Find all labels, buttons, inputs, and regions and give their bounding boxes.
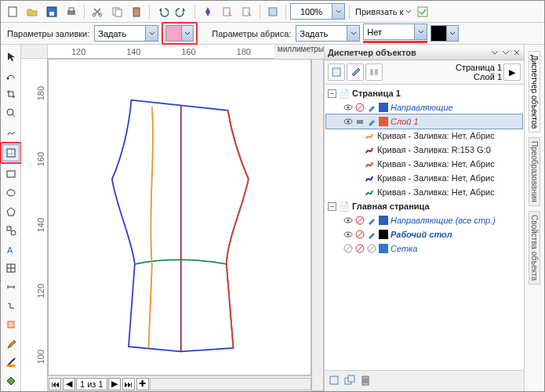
dock-icon[interactable] [502, 49, 510, 56]
redo-button[interactable] [173, 3, 191, 20]
tree-curve[interactable]: Кривая - Заливка: Нет, Абрис [326, 171, 522, 185]
object-tree[interactable]: −📄Страница 1 Направляющие Слой 1 Кривая … [325, 85, 524, 370]
polygon-tool[interactable] [2, 203, 20, 220]
save-button[interactable] [43, 3, 60, 20]
tree-master-page[interactable]: −📄Главная страница [326, 199, 522, 213]
tree-curve[interactable]: Кривая - Заливка: Нет, Абрис [326, 157, 522, 171]
shape-tool[interactable] [2, 67, 20, 84]
next-page-button[interactable]: ▶ [108, 378, 121, 390]
undo-button[interactable] [154, 3, 171, 20]
tree-curve[interactable]: Кривая - Заливка: Нет, Абрис [326, 185, 522, 199]
horizontal-ruler[interactable]: 120140160180 [48, 45, 274, 59]
chevron-down-icon[interactable] [447, 26, 458, 41]
show-props-button[interactable] [328, 64, 345, 81]
outline-value-combo[interactable]: Нет [363, 24, 427, 40]
horizontal-scrollbar[interactable] [150, 378, 311, 390]
close-icon[interactable] [513, 49, 521, 56]
dock-tab-transform[interactable]: Преобразования [529, 137, 540, 206]
zoom-dropdown-icon[interactable] [332, 4, 344, 19]
fill-color-button[interactable] [165, 25, 194, 42]
text-tool[interactable]: A [2, 241, 20, 258]
new-layer-button[interactable] [328, 374, 340, 388]
chevron-down-icon[interactable] [145, 26, 158, 41]
print-disabled-icon[interactable] [355, 103, 365, 112]
outline-tool[interactable] [2, 354, 20, 371]
dimension-tool[interactable] [2, 278, 20, 296]
dock-tab-objmgr[interactable]: Диспетчер объектов [529, 51, 540, 132]
edit-layers-button[interactable] [347, 64, 364, 81]
layer-view-button[interactable] [365, 64, 383, 81]
freehand-tool[interactable] [2, 123, 20, 140]
pencil-icon[interactable] [367, 230, 376, 239]
new-button[interactable] [4, 3, 21, 20]
ruler-origin[interactable] [21, 45, 48, 59]
zoom-input[interactable] [291, 7, 332, 16]
chevron-down-icon[interactable] [347, 26, 359, 41]
svg-rect-0 [9, 7, 16, 16]
print-disabled-icon[interactable] [355, 216, 365, 225]
smart-fill-tool[interactable] [2, 144, 20, 162]
dock-icon[interactable] [491, 49, 499, 56]
vertical-ruler[interactable]: 180160140120100 [21, 59, 48, 391]
cut-button[interactable] [89, 3, 106, 20]
open-button[interactable] [24, 3, 41, 20]
copy-button[interactable] [108, 3, 125, 20]
connector-tool[interactable] [2, 297, 20, 314]
page-indicator[interactable]: 1 из 1 [76, 378, 107, 390]
first-page-button[interactable]: ⏮ [49, 378, 61, 390]
fill-tool[interactable] [2, 372, 20, 390]
corel-icon[interactable] [199, 3, 216, 20]
pick-tool[interactable] [2, 48, 20, 65]
zoom-tool[interactable] [2, 104, 20, 122]
tree-grid[interactable]: Сетка [326, 241, 522, 256]
svg-point-39 [347, 234, 350, 236]
rectangle-tool[interactable] [2, 165, 20, 183]
tree-guides-all[interactable]: Направляющие (все стр.) [326, 213, 522, 227]
eye-icon[interactable] [343, 216, 353, 225]
tree-layer[interactable]: Слой 1 [326, 114, 522, 129]
chevron-down-icon[interactable] [414, 24, 427, 39]
eyedropper-tool[interactable] [2, 335, 20, 352]
eye-icon[interactable] [343, 230, 353, 239]
basic-shapes-tool[interactable] [2, 222, 20, 239]
outline-mode-combo[interactable]: Задать [296, 25, 360, 42]
print-button[interactable] [63, 3, 80, 20]
dock-tab-objprops[interactable]: Свойства объекта [529, 211, 540, 285]
import-icon[interactable] [238, 3, 256, 20]
add-page-button[interactable]: ✚ [136, 378, 149, 390]
ellipse-tool[interactable] [2, 184, 20, 201]
effects-tool[interactable] [2, 316, 20, 333]
outline-color-button[interactable] [431, 25, 459, 42]
crop-tool[interactable] [2, 85, 20, 103]
fill-mode-combo[interactable]: Задать [94, 25, 158, 42]
eye-icon[interactable] [343, 103, 353, 112]
delete-button[interactable] [359, 374, 372, 388]
last-page-button[interactable]: ⏭ [122, 378, 135, 390]
table-tool[interactable] [2, 260, 20, 277]
tree-guides[interactable]: Направляющие [326, 100, 522, 114]
print-icon[interactable] [355, 117, 365, 126]
flyout-button[interactable]: ▶ [503, 64, 521, 81]
print-disabled-icon[interactable] [355, 244, 365, 253]
app-launcher-icon[interactable] [264, 3, 282, 20]
chevron-down-icon[interactable] [182, 26, 193, 41]
snap-toggle[interactable] [414, 3, 431, 20]
disabled-icon[interactable] [343, 244, 353, 253]
drawing-canvas[interactable] [48, 59, 311, 376]
tree-page[interactable]: −📄Страница 1 [326, 86, 522, 100]
tree-curve[interactable]: Кривая - Заливка: R:153 G:0 [326, 143, 522, 157]
disabled-icon[interactable] [367, 244, 376, 253]
pencil-icon[interactable] [367, 216, 376, 225]
tree-curve[interactable]: Кривая - Заливка: Нет, Абрис [326, 129, 522, 143]
pencil-icon[interactable] [367, 117, 376, 126]
print-disabled-icon[interactable] [355, 230, 365, 239]
paste-button[interactable] [128, 3, 145, 20]
eye-icon[interactable] [343, 117, 353, 126]
export-icon[interactable] [219, 3, 236, 20]
vertical-scrollbar[interactable] [311, 59, 324, 391]
zoom-combo[interactable] [290, 3, 345, 20]
new-master-layer-button[interactable] [343, 374, 356, 388]
tree-desktop[interactable]: Рабочий стол [326, 227, 522, 241]
pencil-icon[interactable] [367, 103, 376, 112]
prev-page-button[interactable]: ◀ [63, 378, 75, 390]
